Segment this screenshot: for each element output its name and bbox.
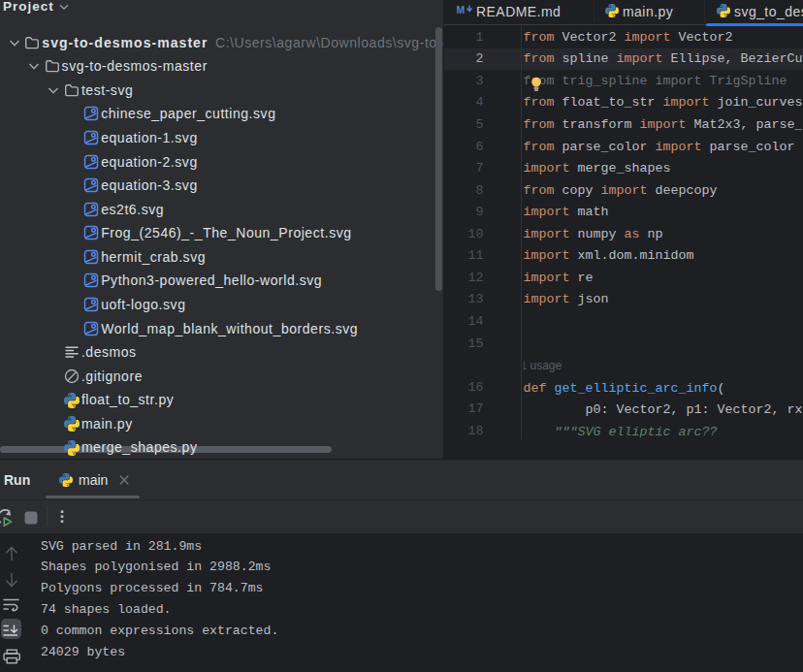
svg-text:M: M: [457, 4, 466, 16]
